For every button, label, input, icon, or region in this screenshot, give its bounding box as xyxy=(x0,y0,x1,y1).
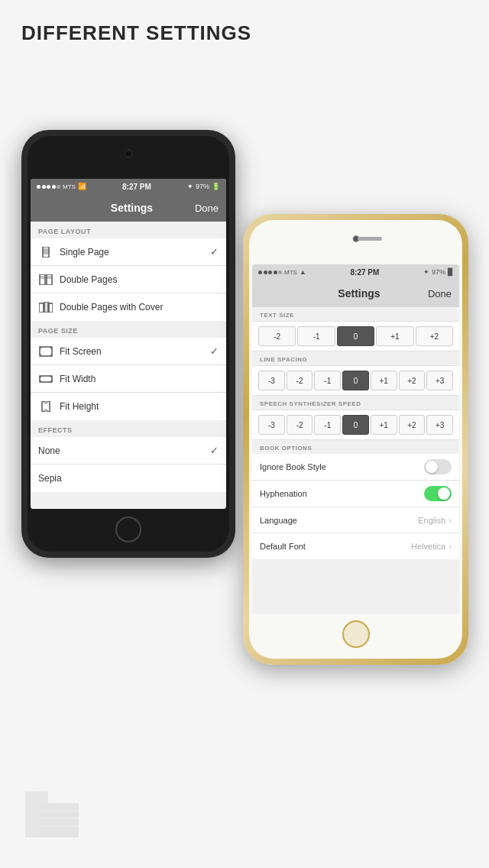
svg-rect-11 xyxy=(39,303,44,313)
status-bar-gold: MTS ▲ 8:27 PM ✦ 97% ▉ xyxy=(252,264,459,280)
section-page-size: PAGE SIZE xyxy=(31,321,226,338)
toggle-knob-hyph xyxy=(438,487,450,500)
page-title: DIFFERENT SETTINGS xyxy=(21,21,251,45)
default-font-label: Default Font xyxy=(260,542,411,551)
svg-rect-19 xyxy=(40,376,52,382)
section-effects: EFFECTS xyxy=(31,420,226,437)
toggle-knob xyxy=(426,461,438,473)
section-speech-speed: SPEECH SYNTHESIZER SPEED xyxy=(252,396,459,410)
section-text-size: TEXT SIZE xyxy=(252,307,459,321)
text-size-btn-plus2[interactable]: +2 xyxy=(416,326,453,346)
list-item[interactable]: None ✓ xyxy=(31,437,226,465)
none-label: None xyxy=(38,445,204,456)
speaker-gold xyxy=(358,237,382,241)
fit-width-icon xyxy=(38,373,53,385)
list-item[interactable]: Double Pages with Cover xyxy=(31,293,226,321)
ss-btn-minus3[interactable]: -3 xyxy=(258,415,285,435)
double-pages-label: Double Pages xyxy=(60,274,219,285)
double-pages-icon xyxy=(38,274,53,286)
nav-done-gold[interactable]: Done xyxy=(428,288,452,300)
fit-width-label: Fit Width xyxy=(60,374,219,384)
ss-btn-plus3[interactable]: +3 xyxy=(426,415,453,435)
double-cover-label: Double Pages with Cover xyxy=(60,302,219,313)
list-item[interactable]: Fit Height xyxy=(31,393,226,420)
text-size-btn-plus1[interactable]: +1 xyxy=(376,326,413,346)
ls-btn-minus1[interactable]: -1 xyxy=(314,371,341,390)
list-item[interactable]: Language English › xyxy=(252,507,459,533)
ss-btn-0[interactable]: 0 xyxy=(342,415,369,435)
battery-icon-black: 🔋 xyxy=(212,183,220,190)
fit-screen-icon xyxy=(38,345,53,358)
nav-bar-black: Settings Done xyxy=(31,194,226,222)
text-size-stepper: -2 -1 0 +1 +2 xyxy=(252,321,459,351)
section-page-layout: PAGE LAYOUT xyxy=(31,222,226,238)
list-item[interactable]: Double Pages xyxy=(31,266,226,293)
nav-done-black[interactable]: Done xyxy=(195,202,219,214)
list-item[interactable]: Single Page ✓ xyxy=(31,238,226,266)
double-cover-icon xyxy=(38,301,53,313)
fit-screen-label: Fit Screen xyxy=(60,346,204,357)
ignore-book-style-label: Ignore Book Style xyxy=(260,462,424,471)
ss-btn-plus2[interactable]: +2 xyxy=(399,415,426,435)
list-item[interactable]: Sepia xyxy=(31,465,226,492)
single-page-icon xyxy=(38,246,53,258)
settings-list-black: PAGE LAYOUT Single Page ✓ Double Pages xyxy=(31,222,226,509)
svg-rect-5 xyxy=(40,274,45,285)
hyphenation-label: Hyphenation xyxy=(260,489,424,498)
phone-black-screen: MTS 📶 8:27 PM ✦ 97% 🔋 Settings Done PAG xyxy=(31,179,226,509)
ignore-book-style-toggle[interactable] xyxy=(424,459,452,474)
ls-btn-minus3[interactable]: -3 xyxy=(258,371,285,390)
time-gold: 8:27 PM xyxy=(351,268,380,277)
battery-black: 97% xyxy=(196,183,209,190)
text-size-btn-minus1[interactable]: -1 xyxy=(297,326,335,346)
list-item[interactable]: Default Font Helvetica › xyxy=(252,533,459,559)
bluetooth-icon-gold: ✦ xyxy=(423,268,429,276)
status-bar-black: MTS 📶 8:27 PM ✦ 97% 🔋 xyxy=(31,179,226,194)
text-size-btn-minus2[interactable]: -2 xyxy=(258,326,296,346)
ls-btn-plus3[interactable]: +3 xyxy=(426,371,453,390)
single-page-label: Single Page xyxy=(60,247,204,257)
fit-screen-check: ✓ xyxy=(210,345,219,357)
phone-gold: MTS ▲ 8:27 PM ✦ 97% ▉ Settings Done TEXT xyxy=(243,214,468,665)
home-button-black[interactable] xyxy=(115,517,141,542)
phone-gold-screen: MTS ▲ 8:27 PM ✦ 97% ▉ Settings Done TEXT xyxy=(252,264,459,614)
section-book-options: BOOK OPTIONS xyxy=(252,440,459,454)
line-spacing-stepper: -3 -2 -1 0 +1 +2 +3 xyxy=(252,365,459,396)
list-item[interactable]: Ignore Book Style xyxy=(252,454,459,481)
settings-list-gold: TEXT SIZE -2 -1 0 +1 +2 LINE SPACING -3 … xyxy=(252,307,459,614)
svg-rect-13 xyxy=(49,303,53,313)
battery-gold: 97% xyxy=(432,268,445,276)
ls-btn-plus1[interactable]: +1 xyxy=(371,371,397,390)
carrier-black: MTS xyxy=(63,183,76,190)
fit-height-label: Fit Height xyxy=(60,401,219,412)
list-item[interactable]: Fit Screen ✓ xyxy=(31,338,226,365)
nav-bar-gold: Settings Done xyxy=(252,280,459,307)
text-size-btn-0[interactable]: 0 xyxy=(337,326,374,346)
nav-title-black: Settings xyxy=(111,202,153,214)
single-page-check: ✓ xyxy=(210,246,219,257)
bluetooth-icon-black: ✦ xyxy=(187,183,193,190)
speech-speed-stepper: -3 -2 -1 0 +1 +2 +3 xyxy=(252,410,459,440)
ss-btn-minus1[interactable]: -1 xyxy=(314,415,341,435)
svg-rect-30 xyxy=(40,803,79,837)
list-item[interactable]: Fit Width xyxy=(31,365,226,393)
hyphenation-toggle[interactable] xyxy=(424,486,452,501)
ls-btn-0[interactable]: 0 xyxy=(342,371,369,390)
svg-rect-14 xyxy=(40,347,52,356)
sepia-label: Sepia xyxy=(38,473,219,484)
language-chevron-icon: › xyxy=(449,516,452,525)
ss-btn-minus2[interactable]: -2 xyxy=(287,415,313,435)
list-item[interactable]: Hyphenation xyxy=(252,481,459,507)
ss-btn-plus1[interactable]: +1 xyxy=(371,415,397,435)
carrier-gold: MTS xyxy=(284,269,297,276)
phone-black: MTS 📶 8:27 PM ✦ 97% 🔋 Settings Done PAG xyxy=(21,130,235,558)
wifi-icon-gold: ▲ xyxy=(300,268,306,276)
nav-title-gold: Settings xyxy=(338,287,380,300)
ls-btn-plus2[interactable]: +2 xyxy=(399,371,426,390)
time-black: 8:27 PM xyxy=(122,183,151,191)
fit-height-icon xyxy=(38,400,53,413)
ls-btn-minus2[interactable]: -2 xyxy=(287,371,313,390)
svg-rect-12 xyxy=(44,302,48,313)
home-button-gold[interactable] xyxy=(342,620,370,648)
section-line-spacing: LINE SPACING xyxy=(252,351,459,365)
